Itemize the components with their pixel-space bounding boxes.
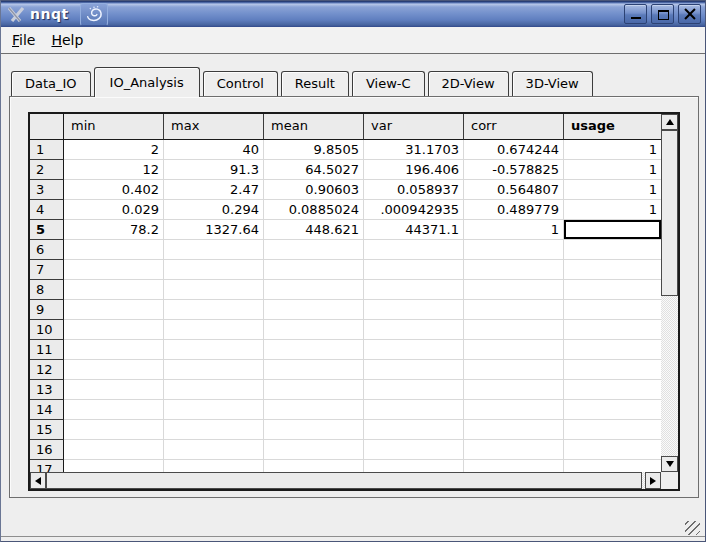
table-cell[interactable] xyxy=(464,380,564,400)
table-cell[interactable] xyxy=(564,280,661,300)
row-header-12[interactable]: 12 xyxy=(30,360,64,380)
table-cell[interactable]: 0.674244 xyxy=(464,140,564,160)
table-cell[interactable] xyxy=(264,320,364,340)
table-cell[interactable]: 1 xyxy=(564,160,661,180)
table-cell[interactable] xyxy=(64,380,164,400)
tab-3d-view[interactable]: 3D-View xyxy=(512,71,593,96)
tab-data-io[interactable]: Data_IO xyxy=(11,71,91,96)
table-cell[interactable] xyxy=(64,240,164,260)
table-cell[interactable] xyxy=(464,440,564,460)
table-cell[interactable] xyxy=(464,300,564,320)
table-cell[interactable] xyxy=(464,460,564,472)
table-cell[interactable] xyxy=(364,240,464,260)
row-header-5[interactable]: 5 xyxy=(30,220,64,240)
table-cell[interactable] xyxy=(64,300,164,320)
row-header-16[interactable]: 16 xyxy=(30,440,64,460)
table-cell[interactable] xyxy=(264,460,364,472)
table-cell[interactable] xyxy=(264,240,364,260)
table-cell[interactable] xyxy=(264,400,364,420)
column-header-usage[interactable]: usage xyxy=(564,114,661,140)
table-cell[interactable] xyxy=(464,280,564,300)
scroll-left-button[interactable] xyxy=(30,472,46,489)
table-cell[interactable]: 44371.1 xyxy=(364,220,464,240)
spreadsheet[interactable]: minmaxmeanvarcorrusage 12409.850531.1703… xyxy=(28,112,680,491)
table-cell[interactable] xyxy=(564,300,661,320)
row-header-11[interactable]: 11 xyxy=(30,340,64,360)
scroll-down-button[interactable] xyxy=(661,456,678,472)
table-cell[interactable] xyxy=(164,460,264,472)
table-cell[interactable]: 1 xyxy=(564,140,661,160)
row-header-1[interactable]: 1 xyxy=(30,140,64,160)
table-cell[interactable] xyxy=(364,280,464,300)
table-cell[interactable]: 0.564807 xyxy=(464,180,564,200)
table-cell[interactable]: 0.058937 xyxy=(364,180,464,200)
table-cell[interactable]: 40 xyxy=(164,140,264,160)
table-cell[interactable] xyxy=(464,260,564,280)
table-cell[interactable] xyxy=(164,400,264,420)
scroll-right-button[interactable] xyxy=(645,472,661,489)
table-cell[interactable]: 448.621 xyxy=(264,220,364,240)
table-cell[interactable] xyxy=(264,440,364,460)
table-cell[interactable] xyxy=(164,260,264,280)
maximize-button[interactable] xyxy=(651,4,674,24)
table-cell[interactable] xyxy=(364,360,464,380)
table-cell[interactable] xyxy=(64,280,164,300)
row-header-7[interactable]: 7 xyxy=(30,260,64,280)
table-cell[interactable]: 0.0885024 xyxy=(264,200,364,220)
tab-view-c[interactable]: View-C xyxy=(352,71,425,96)
table-cell[interactable] xyxy=(364,460,464,472)
table-cell[interactable]: 1 xyxy=(564,200,661,220)
column-header-var[interactable]: var xyxy=(364,114,464,140)
tab-control[interactable]: Control xyxy=(203,71,278,96)
table-cell[interactable] xyxy=(164,240,264,260)
table-cell[interactable]: 91.3 xyxy=(164,160,264,180)
table-cell[interactable] xyxy=(564,340,661,360)
table-cell[interactable]: 9.8505 xyxy=(264,140,364,160)
table-cell[interactable] xyxy=(64,340,164,360)
corner-header-cell[interactable] xyxy=(30,114,64,140)
table-cell[interactable] xyxy=(264,300,364,320)
table-cell[interactable] xyxy=(564,360,661,380)
row-header-4[interactable]: 4 xyxy=(30,200,64,220)
table-cell[interactable]: .000942935 xyxy=(364,200,464,220)
table-cell[interactable] xyxy=(464,320,564,340)
menu-item-help[interactable]: Help xyxy=(48,30,86,50)
table-cell[interactable] xyxy=(564,440,661,460)
table-cell[interactable]: 2 xyxy=(64,140,164,160)
table-cell[interactable] xyxy=(164,340,264,360)
table-cell[interactable] xyxy=(264,280,364,300)
table-cell[interactable] xyxy=(264,380,364,400)
table-cell[interactable] xyxy=(364,260,464,280)
table-cell[interactable]: 1 xyxy=(464,220,564,240)
table-cell[interactable] xyxy=(264,420,364,440)
table-cell[interactable]: 12 xyxy=(64,160,164,180)
horizontal-scrollbar-thumb[interactable] xyxy=(46,472,642,489)
vertical-scrollbar[interactable] xyxy=(661,114,678,472)
table-cell[interactable] xyxy=(264,340,364,360)
table-cell[interactable] xyxy=(64,320,164,340)
table-cell[interactable] xyxy=(64,400,164,420)
tab-io-analysis[interactable]: IO_Analysis xyxy=(94,67,200,97)
row-header-13[interactable]: 13 xyxy=(30,380,64,400)
scroll-up-button[interactable] xyxy=(661,114,678,130)
vertical-scrollbar-thumb[interactable] xyxy=(661,130,678,296)
row-header-6[interactable]: 6 xyxy=(30,240,64,260)
table-cell[interactable] xyxy=(64,460,164,472)
table-cell[interactable]: 0.294 xyxy=(164,200,264,220)
titlebar[interactable]: nnqt xyxy=(1,1,705,27)
table-cell[interactable] xyxy=(64,420,164,440)
table-cell[interactable] xyxy=(64,360,164,380)
row-header-14[interactable]: 14 xyxy=(30,400,64,420)
minimize-button[interactable] xyxy=(624,4,647,24)
table-cell[interactable]: 1 xyxy=(564,180,661,200)
table-cell[interactable] xyxy=(164,320,264,340)
table-cell[interactable] xyxy=(364,320,464,340)
table-cell[interactable]: 0.489779 xyxy=(464,200,564,220)
table-cell[interactable]: 31.1703 xyxy=(364,140,464,160)
table-cell[interactable]: 0.402 xyxy=(64,180,164,200)
menu-item-file[interactable]: File xyxy=(9,30,38,50)
column-header-min[interactable]: min xyxy=(64,114,164,140)
table-cell[interactable] xyxy=(264,260,364,280)
table-cell[interactable] xyxy=(564,240,661,260)
table-cell[interactable] xyxy=(164,280,264,300)
